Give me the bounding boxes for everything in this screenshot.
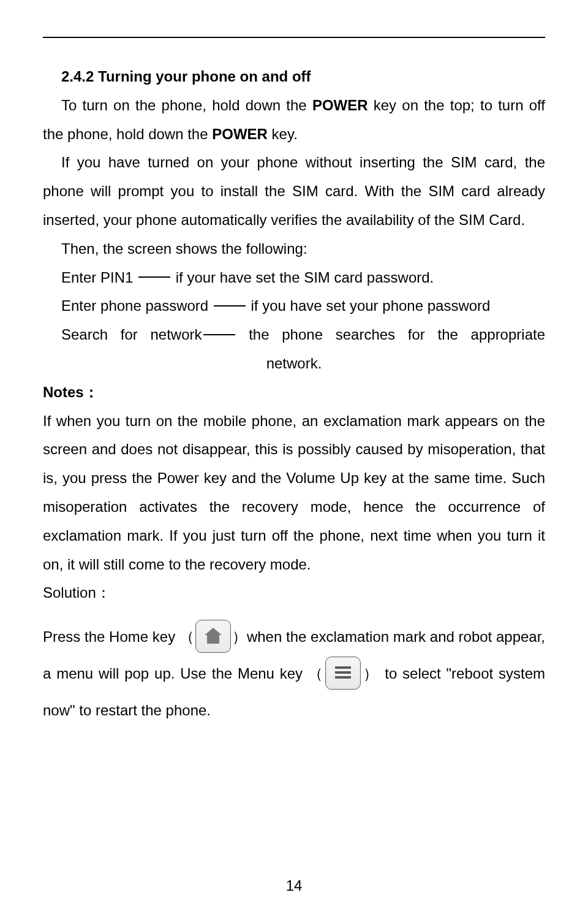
line-phone-password: Enter phone password if you have set you… bbox=[43, 292, 545, 321]
p2-text: If you have turned on your phone without… bbox=[43, 154, 545, 228]
l1b: if your have set the SIM card password. bbox=[172, 269, 434, 286]
paragraph-3: Then, the screen shows the following: bbox=[43, 235, 545, 264]
top-rule bbox=[43, 37, 545, 38]
menu-key-icon bbox=[325, 657, 361, 690]
home-key-icon bbox=[195, 620, 231, 653]
paragraph-2: If you have turned on your phone without… bbox=[43, 148, 545, 234]
line-search-network: Search for network the phone searches fo… bbox=[43, 321, 545, 378]
p1-text-e: key. bbox=[268, 126, 298, 142]
l3b-part: the phone searches for the appropriate bbox=[236, 326, 546, 343]
paren-right-2: ） bbox=[362, 665, 379, 682]
line-pin1: Enter PIN1 if your have set the SIM card… bbox=[43, 264, 545, 292]
l3a: Search for network bbox=[61, 326, 202, 343]
l2a: Enter phone password bbox=[61, 297, 213, 314]
l3-network-word: network. bbox=[43, 349, 545, 378]
p1-bold-power2: POWER bbox=[212, 126, 268, 142]
p5a: Press the Home key bbox=[43, 628, 179, 645]
notes-paragraph: If when you turn on the mobile phone, an… bbox=[43, 407, 545, 579]
paren-left: （ bbox=[179, 628, 194, 645]
page-number: 14 bbox=[0, 872, 588, 901]
dash-icon bbox=[203, 334, 235, 335]
manual-page: 2.4.2 Turning your phone on and off To t… bbox=[0, 0, 588, 914]
p1-text-a: To turn on the phone, hold down the bbox=[61, 97, 312, 113]
paragraph-1: To turn on the phone, hold down the POWE… bbox=[43, 91, 545, 149]
solution-paragraph-1: Press the Home key （）when the exclamatio… bbox=[43, 620, 545, 727]
solution-label: Solution： bbox=[43, 579, 545, 607]
paren-right: ） bbox=[232, 628, 247, 645]
notes-label: Notes： bbox=[43, 378, 545, 407]
l2b: if you have set your phone password bbox=[247, 297, 491, 314]
dash-icon bbox=[214, 305, 246, 307]
l1a: Enter PIN1 bbox=[61, 269, 137, 286]
section-heading: 2.4.2 Turning your phone on and off bbox=[43, 63, 545, 91]
paren-left-2: （ bbox=[308, 665, 324, 682]
p1-bold-power1: POWER bbox=[312, 97, 368, 113]
dash-icon bbox=[138, 276, 170, 278]
